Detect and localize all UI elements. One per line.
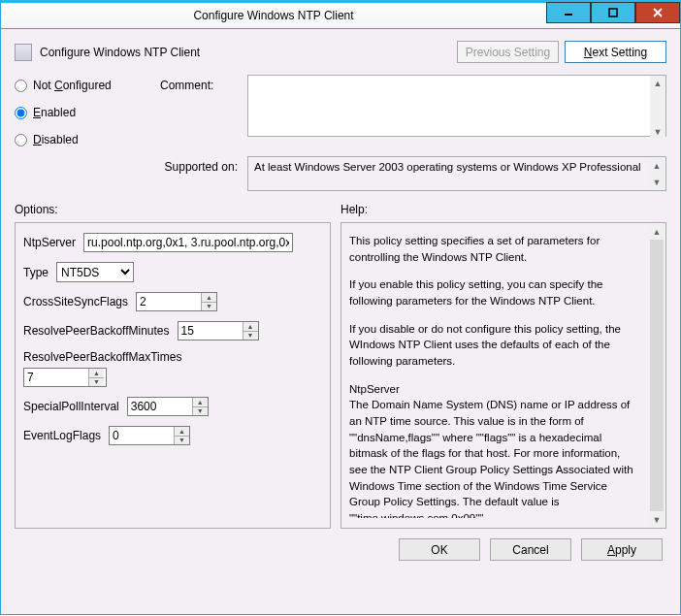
ok-button[interactable]: OK [399,538,480,561]
ntpserver-label: NtpServer [23,236,76,249]
spin-up-icon[interactable]: ▲ [201,293,216,303]
supported-on-box: At least Windows Server 2003 operating s… [247,156,666,191]
svg-rect-1 [609,9,617,16]
client-area: Configure Windows NTP Client Previous Se… [0,29,681,615]
maximize-button[interactable] [591,2,635,23]
title-bar: Configure Windows NTP Client [0,0,681,29]
scroll-down-icon[interactable]: ▼ [649,512,665,527]
cancel-button[interactable]: Cancel [490,538,571,561]
scroll-up-icon[interactable]: ▲ [650,76,665,90]
radio-disabled-input[interactable] [15,134,27,146]
type-select[interactable]: NT5DS [56,262,134,282]
help-label: Help: [340,201,666,222]
spin-down-icon[interactable]: ▼ [192,407,208,416]
type-label: Type [23,266,49,279]
radio-enabled-input[interactable] [15,107,27,119]
spin-down-icon[interactable]: ▼ [174,437,189,445]
spin-up-icon[interactable]: ▲ [243,322,258,332]
spin-up-icon[interactable]: ▲ [174,427,189,437]
eventlogflags-spinner[interactable]: ▲▼ [109,426,190,445]
policy-caption: Configure Windows NTP Client [40,46,451,59]
footer-buttons: OK Cancel Apply [1,529,680,561]
next-setting-button[interactable]: Next Setting [565,41,666,63]
close-button[interactable] [635,2,680,23]
eventlogflags-label: EventLogFlags [23,429,101,442]
supported-on-text: At least Windows Server 2003 operating s… [254,161,641,173]
previous-setting-button: Previous Setting [457,41,559,63]
resolvepeerbackoffminutes-input[interactable] [178,322,243,340]
resolvepeerbackoffminutes-label: ResolvePeerBackoffMinutes [23,324,170,338]
resolvepeerbackoffmaxtimes-spinner[interactable]: ▲▼ [23,368,107,387]
supported-scrollbar[interactable]: ▲ ▼ [649,158,665,189]
spin-down-icon[interactable]: ▼ [201,303,216,311]
help-scrollbar[interactable]: ▲ ▼ [649,224,665,527]
scroll-down-icon[interactable]: ▼ [649,175,665,189]
radio-not-configured[interactable]: Not Configured [15,79,160,92]
minimize-icon [564,8,573,17]
radio-disabled[interactable]: Disabled [15,133,160,146]
maximize-icon [608,8,618,17]
spin-down-icon[interactable]: ▼ [88,378,104,387]
specialpollinterval-label: SpecialPollInterval [23,400,119,413]
window-title: Configure Windows NTP Client [1,9,546,22]
specialpollinterval-input[interactable] [128,398,192,415]
ntpserver-input[interactable] [83,233,293,252]
scroll-up-icon[interactable]: ▲ [649,224,665,239]
close-icon [653,8,663,17]
options-panel: NtpServer Type NT5DS CrossSiteSyncFlags … [15,222,331,529]
spin-down-icon[interactable]: ▼ [243,332,258,340]
scroll-up-icon[interactable]: ▲ [649,158,665,173]
supported-on-label: Supported on: [15,156,247,174]
help-text: This policy setting specifies a set of p… [349,233,658,518]
resolvepeerbackoffmaxtimes-label: ResolvePeerBackoffMaxTimes [23,350,181,364]
resolvepeerbackoffmaxtimes-input[interactable] [24,369,88,386]
minimize-button[interactable] [546,2,591,23]
resolvepeerbackoffminutes-spinner[interactable]: ▲▼ [178,321,259,340]
spin-up-icon[interactable]: ▲ [192,398,208,407]
window-controls [546,3,680,28]
comment-label: Comment: [160,75,247,148]
apply-button[interactable]: Apply [581,538,663,561]
crosssitesyncflags-input[interactable] [137,293,201,310]
policy-icon [15,44,32,61]
specialpollinterval-spinner[interactable]: ▲▼ [127,397,209,416]
eventlogflags-input[interactable] [110,427,174,444]
help-panel: This policy setting specifies a set of p… [340,222,666,529]
crosssitesyncflags-spinner[interactable]: ▲▼ [136,292,217,311]
radio-enabled[interactable]: Enabled [15,106,160,119]
state-radios: Not Configured Enabled Disabled [15,75,160,146]
comment-textarea[interactable] [247,75,666,137]
radio-not-configured-input[interactable] [15,80,27,92]
comment-scrollbar[interactable]: ▲ ▼ [650,76,665,139]
header-row: Configure Windows NTP Client Previous Se… [1,29,680,71]
options-label: Options: [15,201,331,222]
scroll-thumb[interactable] [650,240,664,511]
scroll-down-icon[interactable]: ▼ [650,124,665,139]
spin-up-icon[interactable]: ▲ [88,369,104,378]
crosssitesyncflags-label: CrossSiteSyncFlags [23,295,128,308]
